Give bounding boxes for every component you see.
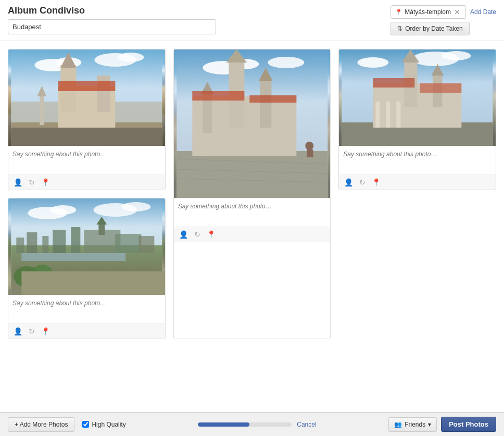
svg-point-16 (358, 57, 389, 68)
photo-image-4 (8, 198, 165, 295)
location-row: 📍 Mátyás-templom ✕ Add Date (390, 5, 496, 19)
photo-actions-1: 👤 ↻ 📍 (8, 175, 165, 190)
photo-actions-3: 👤 ↻ 📍 (174, 227, 331, 242)
svg-rect-34 (177, 151, 327, 198)
add-date-link[interactable]: Add Date (470, 8, 496, 16)
photo-image-1 (8, 49, 165, 146)
svg-rect-25 (373, 78, 415, 88)
svg-rect-27 (376, 102, 380, 128)
photo-actions-4: 👤 ↻ 📍 (8, 323, 165, 339)
svg-rect-48 (307, 150, 313, 157)
svg-rect-56 (16, 238, 24, 253)
location-pin-icon-3[interactable]: 📍 (207, 230, 216, 239)
photo-placeholder-4 (8, 198, 165, 295)
svg-rect-45 (192, 91, 244, 101)
svg-rect-57 (27, 232, 37, 253)
photo-card-3: 👤 ↻ 📍 (173, 49, 331, 339)
rotate-icon-3[interactable]: ↻ (194, 230, 200, 239)
photo-caption-input-1[interactable] (12, 151, 161, 158)
header: Album Condiviso 📍 Mátyás-templom ✕ Add D… (0, 0, 504, 41)
photo-caption-3 (174, 198, 331, 227)
photo-placeholder-3 (174, 49, 331, 198)
photo-placeholder-1 (8, 49, 165, 146)
svg-point-47 (305, 142, 313, 150)
tag-person-icon-4[interactable]: 👤 (14, 327, 22, 335)
photo-caption-input-4[interactable] (12, 300, 161, 307)
photo-card-2: 👤 ↻ 📍 (338, 49, 496, 190)
svg-rect-26 (420, 83, 462, 93)
svg-rect-59 (53, 230, 66, 253)
svg-point-4 (118, 53, 144, 62)
main-content: 👤 ↻ 📍 (0, 41, 504, 406)
photo-caption-1 (8, 146, 165, 175)
order-by-date-button[interactable]: ⇅ Order by Date Taken (390, 22, 470, 35)
svg-rect-68 (21, 271, 165, 295)
tag-person-icon-2[interactable]: 👤 (344, 178, 353, 186)
svg-rect-65 (138, 236, 154, 253)
sort-icon: ⇅ (397, 25, 402, 32)
photo-caption-4 (8, 295, 165, 323)
svg-rect-29 (397, 102, 401, 128)
rotate-icon-2[interactable]: ↻ (359, 178, 366, 186)
header-left: Album Condiviso (8, 5, 216, 34)
svg-rect-12 (40, 94, 44, 125)
svg-rect-60 (71, 227, 80, 253)
rotate-icon-4[interactable]: ↻ (29, 327, 35, 335)
order-btn-label: Order by Date Taken (405, 25, 463, 32)
photo-caption-input-3[interactable] (178, 203, 326, 210)
location-text: Mátyás-templom (405, 8, 451, 16)
svg-rect-14 (11, 128, 162, 146)
svg-rect-64 (115, 234, 141, 253)
location-pin-icon-1[interactable]: 📍 (41, 178, 50, 186)
svg-rect-58 (42, 236, 48, 253)
photo-card-4: 👤 ↻ 📍 (8, 198, 166, 339)
header-right: 📍 Mátyás-templom ✕ Add Date ⇅ Order by D… (390, 5, 496, 35)
album-title: Album Condiviso (8, 5, 216, 16)
svg-point-18 (442, 51, 471, 60)
photos-grid: 👤 ↻ 📍 (8, 49, 496, 339)
photo-caption-2 (339, 146, 496, 175)
svg-rect-11 (58, 81, 115, 91)
location-tag: 📍 Mátyás-templom ✕ (390, 5, 466, 19)
svg-point-53 (121, 202, 150, 211)
svg-point-51 (50, 205, 76, 215)
rotate-icon-1[interactable]: ↻ (29, 178, 35, 186)
svg-rect-41 (260, 78, 271, 128)
location-icon: 📍 (395, 9, 402, 16)
photo-image-2 (339, 49, 496, 146)
photo-caption-input-2[interactable] (343, 151, 492, 158)
location-pin-icon-4[interactable]: 📍 (41, 327, 50, 335)
svg-rect-28 (386, 102, 390, 128)
svg-rect-55 (21, 253, 125, 261)
photo-actions-2: 👤 ↻ 📍 (339, 175, 496, 190)
photo-placeholder-2 (339, 49, 496, 146)
album-name-input[interactable] (8, 19, 216, 34)
photo-image-3 (174, 49, 331, 198)
tag-person-icon-1[interactable]: 👤 (14, 178, 22, 186)
photo-card-1: 👤 ↻ 📍 (8, 49, 166, 190)
svg-point-33 (268, 57, 304, 68)
tag-person-icon-3[interactable]: 👤 (179, 230, 188, 239)
remove-location-button[interactable]: ✕ (453, 8, 461, 16)
location-pin-icon-2[interactable]: 📍 (372, 178, 381, 186)
svg-rect-46 (249, 95, 296, 103)
